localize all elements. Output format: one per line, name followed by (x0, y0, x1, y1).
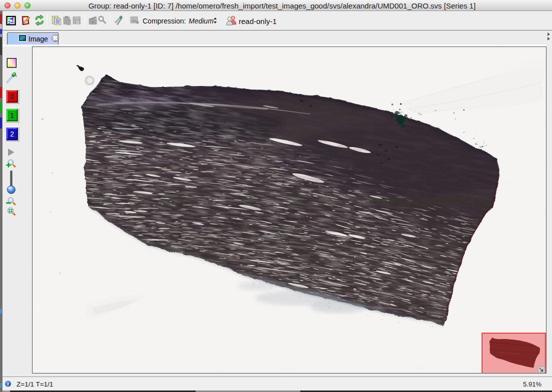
svg-text:Compression:: Compression: (143, 17, 186, 25)
svg-text:0: 0 (10, 92, 14, 100)
svg-text:Medium: Medium (189, 17, 214, 25)
svg-text:i: i (8, 382, 9, 387)
svg-text:2: 2 (10, 130, 14, 138)
svg-text:1: 1 (10, 112, 14, 120)
